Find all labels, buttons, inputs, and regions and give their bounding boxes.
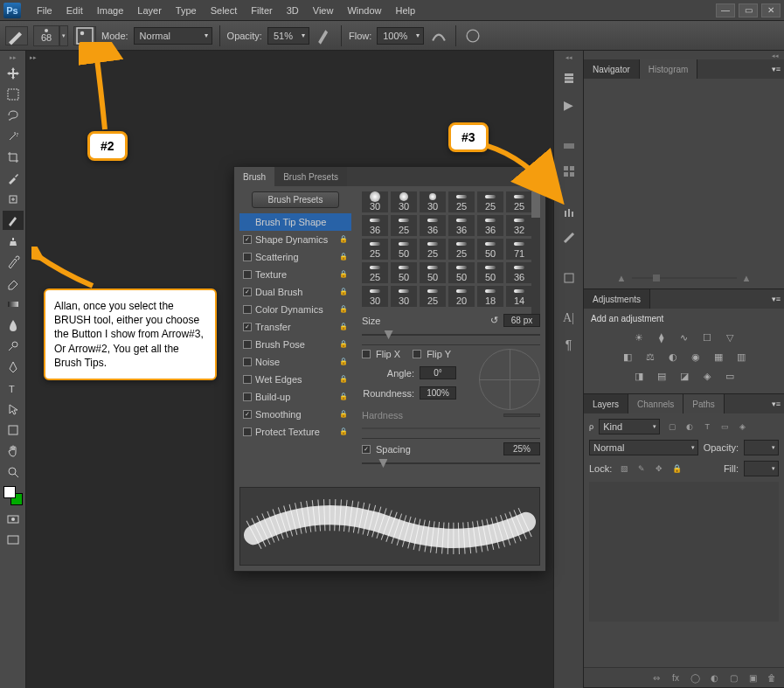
maximize-button[interactable]: ▭ bbox=[739, 3, 758, 17]
close-button[interactable]: ✕ bbox=[761, 3, 781, 17]
brush-tip[interactable]: 25 bbox=[362, 239, 388, 260]
brush-tip[interactable]: 25 bbox=[362, 262, 388, 283]
brush-panel-toggle-icon[interactable] bbox=[73, 26, 96, 45]
crop-tool[interactable] bbox=[3, 148, 24, 167]
layer-filter-select[interactable]: Kind bbox=[599, 419, 660, 434]
brush-tip[interactable]: 50 bbox=[391, 262, 417, 283]
brush-tip[interactable]: 50 bbox=[420, 262, 446, 283]
brush-option-protect-texture[interactable]: Protect Texture🔒 bbox=[239, 423, 351, 441]
magic-wand-tool[interactable] bbox=[3, 127, 24, 146]
menu-image[interactable]: Image bbox=[90, 2, 131, 19]
dock-color-icon[interactable] bbox=[558, 135, 580, 156]
eyedropper-tool[interactable] bbox=[3, 169, 24, 188]
checkbox[interactable] bbox=[243, 427, 252, 436]
reset-size-icon[interactable]: ↺ bbox=[490, 315, 498, 326]
tab-layers[interactable]: Layers bbox=[584, 394, 628, 413]
brush-tip[interactable]: 30 bbox=[362, 286, 388, 307]
spacing-slider[interactable] bbox=[362, 462, 540, 464]
brush-tip[interactable]: 36 bbox=[362, 215, 388, 236]
brush-tip[interactable]: 50 bbox=[477, 262, 503, 283]
menu-filter[interactable]: Filter bbox=[244, 2, 279, 19]
brush-option-scattering[interactable]: Scattering🔒 bbox=[239, 248, 351, 266]
brush-tip[interactable]: 50 bbox=[477, 239, 503, 260]
brush-tip[interactable]: 71 bbox=[506, 239, 532, 260]
layer-mask-icon[interactable]: ◯ bbox=[688, 671, 702, 684]
adj-exposure-icon[interactable]: ☐ bbox=[699, 330, 715, 344]
layers-list[interactable] bbox=[589, 482, 779, 622]
checkbox[interactable] bbox=[243, 253, 252, 261]
brush-tip-grid[interactable]: 3030302525253625363636322550252550712550… bbox=[362, 191, 540, 307]
menu-view[interactable]: View bbox=[306, 2, 341, 19]
airbrush-icon[interactable] bbox=[429, 27, 448, 45]
adj-curves-icon[interactable]: ∿ bbox=[676, 330, 692, 344]
gradient-tool[interactable] bbox=[3, 295, 24, 314]
panels-toggle[interactable]: ◂◂ bbox=[584, 51, 784, 59]
brush-tip[interactable]: 25 bbox=[420, 286, 446, 307]
nav-zoom-in-icon[interactable]: ▲ bbox=[742, 273, 752, 283]
adj-balance-icon[interactable]: ⚖ bbox=[642, 350, 658, 364]
screen-mode-icon[interactable] bbox=[3, 531, 24, 550]
blend-mode-select[interactable]: Normal bbox=[134, 27, 212, 45]
delete-layer-icon[interactable]: 🗑 bbox=[765, 671, 779, 684]
tab-paths[interactable]: Paths bbox=[683, 394, 725, 413]
dock-history-icon[interactable] bbox=[558, 68, 580, 89]
healing-brush-tool[interactable] bbox=[3, 190, 24, 209]
adj-posterize-icon[interactable]: ▤ bbox=[654, 369, 670, 383]
lasso-tool[interactable] bbox=[3, 106, 24, 125]
size-slider[interactable] bbox=[362, 334, 540, 336]
brush-tip[interactable]: 50 bbox=[391, 239, 417, 260]
color-swatches[interactable] bbox=[3, 486, 23, 505]
brush-option-transfer[interactable]: Transfer🔒 bbox=[239, 318, 351, 336]
menu-layer[interactable]: Layer bbox=[130, 2, 169, 19]
blur-tool[interactable] bbox=[3, 316, 24, 335]
dock-brushes-icon[interactable] bbox=[558, 201, 580, 222]
brush-option-dual-brush[interactable]: Dual Brush🔒 bbox=[239, 283, 351, 301]
dock-styles-icon[interactable] bbox=[558, 268, 580, 288]
filter-type-icon[interactable]: T bbox=[700, 420, 714, 434]
spacing-value[interactable]: 25% bbox=[503, 442, 540, 455]
checkbox[interactable] bbox=[243, 358, 252, 366]
tab-adjustments[interactable]: Adjustments bbox=[584, 289, 650, 309]
checkbox[interactable] bbox=[243, 323, 252, 331]
zoom-tool[interactable] bbox=[3, 462, 24, 482]
dock-character-icon[interactable]: A| bbox=[558, 308, 580, 329]
brush-option-noise[interactable]: Noise🔒 bbox=[239, 353, 351, 371]
opacity-select[interactable]: 51% bbox=[267, 27, 309, 45]
checkbox[interactable] bbox=[243, 375, 252, 384]
angle-widget[interactable] bbox=[479, 349, 540, 410]
flipy-checkbox[interactable] bbox=[413, 350, 421, 358]
flipx-checkbox[interactable] bbox=[362, 350, 371, 358]
angle-value[interactable]: 0° bbox=[420, 366, 456, 379]
tab-brush[interactable]: Brush bbox=[234, 167, 274, 186]
brush-option-brush-tip-shape[interactable]: Brush Tip Shape bbox=[239, 213, 351, 231]
adj-gradient-icon[interactable]: ▭ bbox=[722, 369, 738, 383]
brush-tip[interactable]: 25 bbox=[506, 191, 532, 212]
brush-tip[interactable]: 32 bbox=[506, 215, 532, 236]
brush-tip[interactable]: 20 bbox=[448, 286, 475, 307]
checkbox[interactable] bbox=[243, 270, 252, 279]
brush-option-wet-edges[interactable]: Wet Edges🔒 bbox=[239, 371, 351, 388]
shape-tool[interactable] bbox=[3, 420, 24, 440]
adj-invert-icon[interactable]: ◨ bbox=[631, 369, 647, 383]
brush-tip[interactable]: 25 bbox=[477, 191, 503, 212]
tab-brush-presets[interactable]: Brush Presets bbox=[274, 167, 347, 186]
link-layers-icon[interactable]: ⇔ bbox=[649, 671, 663, 684]
brush-tip[interactable]: 30 bbox=[391, 286, 417, 307]
flow-select[interactable]: 100% bbox=[377, 27, 424, 45]
brush-tip[interactable]: 25 bbox=[448, 239, 475, 260]
brush-option-shape-dynamics[interactable]: Shape Dynamics🔒 bbox=[239, 231, 351, 248]
doc-tab-toggle[interactable]: ▸▸ bbox=[30, 54, 37, 63]
checkbox[interactable] bbox=[243, 393, 252, 401]
dock-brush-presets-icon[interactable] bbox=[558, 227, 580, 248]
lock-paint-icon[interactable]: ✎ bbox=[635, 462, 649, 476]
brush-tip[interactable]: 36 bbox=[420, 215, 446, 236]
dodge-tool[interactable] bbox=[3, 337, 24, 356]
menu-3d[interactable]: 3D bbox=[280, 2, 306, 19]
move-tool[interactable] bbox=[3, 64, 24, 83]
brush-tip[interactable]: 36 bbox=[448, 215, 475, 236]
brush-tool[interactable] bbox=[3, 211, 24, 230]
nav-zoom-out-icon[interactable]: ▲ bbox=[617, 273, 627, 283]
size-value[interactable]: 68 px bbox=[503, 314, 540, 327]
checkbox[interactable] bbox=[243, 288, 252, 296]
adj-threshold-icon[interactable]: ◪ bbox=[676, 369, 692, 383]
